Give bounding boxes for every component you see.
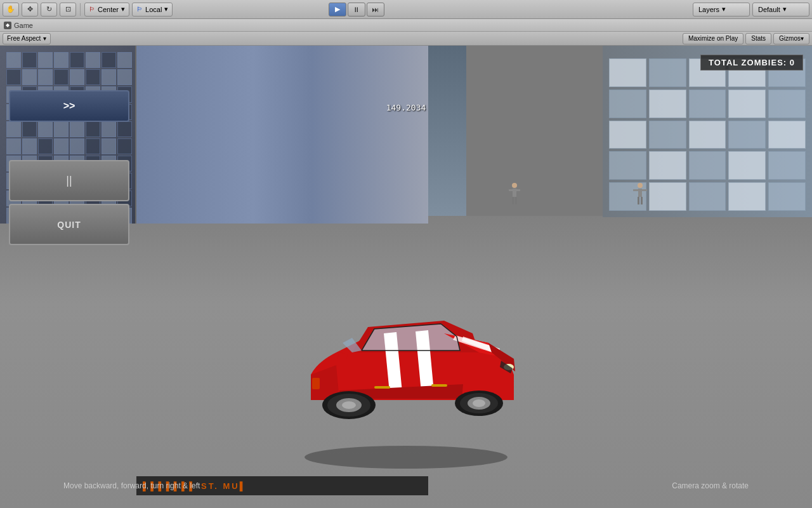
pause-game-btn[interactable]: ||	[9, 160, 129, 201]
window-cell	[728, 90, 766, 118]
window-cell	[649, 58, 686, 87]
window-cell	[768, 121, 806, 149]
instruction-right-text: Camera zoom & rotate	[672, 481, 749, 490]
local-chevron	[164, 5, 168, 13]
svg-point-20	[342, 401, 356, 409]
instruction-left: Move backward, forward, turn right & lef…	[63, 481, 200, 490]
window-cell	[649, 151, 686, 180]
svg-point-10	[304, 446, 508, 469]
window-cell	[102, 69, 116, 85]
window-cell	[22, 52, 37, 68]
window-cell	[689, 182, 726, 211]
refresh-tool-btn[interactable]: ↻	[41, 3, 57, 17]
main-toolbar: ✋ ✥ ↻ ⊡ 🏳 Center 🏳 Local ▶ ⏸ ⏭ Layers ▾ …	[0, 0, 812, 19]
zombie-counter-text: TOTAL ZOMBIES: 0	[709, 58, 795, 67]
distance-readout: 149.2034	[386, 103, 426, 112]
aspect-label: Free Aspect	[7, 35, 41, 42]
window-cell	[689, 90, 726, 118]
window-cell	[649, 90, 686, 118]
default-label: Default	[758, 6, 780, 13]
window-cell	[70, 52, 84, 68]
window-cell	[117, 52, 132, 68]
quit-btn-label: QUIT	[57, 220, 81, 230]
window-cell	[54, 52, 69, 68]
pause-btn-label: ||	[66, 174, 72, 187]
window-cell	[6, 52, 21, 68]
game-titlebar: ◆ Game	[0, 19, 812, 32]
window-cell	[609, 58, 646, 87]
unity-icon: ◆	[4, 22, 11, 29]
stats-label: Stats	[751, 35, 766, 42]
speed-btn-label: >>	[63, 100, 75, 112]
window-cell	[38, 52, 53, 68]
svg-rect-11	[374, 386, 390, 389]
window-cell	[38, 69, 53, 85]
game-title: Game	[14, 22, 33, 29]
rect-tool-btn[interactable]: ⊡	[60, 3, 76, 17]
svg-rect-9	[641, 197, 643, 204]
svg-rect-8	[638, 197, 639, 204]
window-cell	[728, 182, 766, 211]
zombie-figure-2	[633, 182, 647, 213]
hand-tool-btn[interactable]: ✋	[3, 3, 19, 17]
maximize-label: Maximize on Play	[688, 35, 738, 42]
window-cell	[728, 121, 766, 149]
game-options-bar: Free Aspect ▾ Maximize on Play Stats Giz…	[0, 32, 812, 46]
window-cell	[6, 69, 21, 85]
zombie-figure-1	[508, 182, 521, 213]
window-cell	[54, 69, 69, 85]
stats-btn[interactable]: Stats	[745, 33, 771, 44]
quit-btn[interactable]: QUIT	[9, 204, 129, 245]
svg-point-0	[512, 183, 517, 188]
window-cell	[689, 151, 726, 180]
window-cell	[768, 90, 806, 118]
center-chevron	[121, 5, 125, 13]
right-controls: Layers ▾ Default ▾	[693, 3, 809, 17]
step-button[interactable]: ⏭	[367, 3, 384, 17]
gizmos-label: Gizmos	[779, 35, 801, 42]
window-cell	[768, 182, 806, 211]
distance-value: 149.2034	[386, 103, 426, 112]
zombie-counter: TOTAL ZOMBIES: 0	[700, 55, 803, 70]
ui-panel: >> || QUIT	[9, 90, 136, 245]
layers-label: Layers	[698, 6, 719, 13]
svg-rect-22	[312, 378, 320, 389]
gizmos-btn[interactable]: Gizmos ▾	[773, 33, 809, 44]
window-cell	[649, 121, 686, 149]
window-cell	[689, 121, 726, 149]
window-cell	[649, 182, 686, 211]
aspect-dropdown[interactable]: Free Aspect ▾	[3, 33, 51, 44]
speed-forward-btn[interactable]: >>	[9, 90, 129, 122]
window-cell	[768, 151, 806, 180]
pause-button[interactable]: ⏸	[348, 3, 365, 17]
play-controls: ▶ ⏸ ⏭	[329, 3, 384, 17]
center-dropdown[interactable]: 🏳 Center	[84, 3, 129, 17]
window-cell	[102, 52, 116, 68]
svg-rect-3	[512, 197, 514, 204]
local-dropdown[interactable]: 🏳 Local	[132, 3, 173, 17]
separator-1	[80, 3, 81, 16]
layers-dropdown[interactable]: Layers ▾	[693, 3, 750, 17]
instruction-right: Camera zoom & rotate	[672, 481, 749, 490]
play-button[interactable]: ▶	[329, 3, 346, 17]
maximize-on-play-btn[interactable]: Maximize on Play	[683, 33, 743, 44]
window-cell	[609, 121, 646, 149]
window-cell	[609, 151, 646, 180]
layers-chevron: ▾	[722, 5, 726, 13]
window-cell	[609, 90, 646, 118]
window-cell	[86, 52, 100, 68]
svg-point-16	[473, 399, 485, 407]
game-viewport: ▌▌▌▌▌▌▌ ST. MU▌	[0, 46, 812, 508]
svg-rect-7	[633, 189, 647, 191]
window-cell	[86, 69, 100, 85]
window-cell	[70, 69, 84, 85]
svg-rect-4	[515, 197, 517, 204]
building-center	[136, 46, 428, 224]
default-dropdown[interactable]: Default ▾	[752, 3, 809, 17]
move-tool-btn[interactable]: ✥	[22, 3, 38, 17]
right-game-btns: Maximize on Play Stats Gizmos ▾	[683, 33, 809, 44]
svg-point-5	[638, 183, 643, 188]
svg-rect-12	[431, 384, 447, 387]
svg-rect-2	[509, 189, 520, 191]
window-cell	[117, 69, 132, 85]
